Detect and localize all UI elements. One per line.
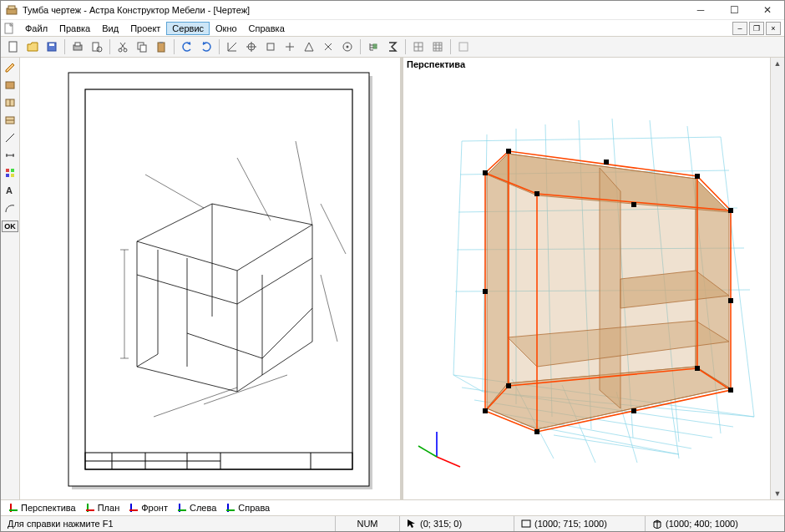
tool-extra-icon[interactable] xyxy=(454,38,473,56)
mdi-controls: – ❐ × xyxy=(732,22,784,35)
svg-rect-24 xyxy=(459,43,468,51)
svg-rect-15 xyxy=(160,42,163,43)
snap7-icon[interactable] xyxy=(338,38,357,56)
cursor-icon xyxy=(407,519,417,529)
svg-rect-1 xyxy=(8,6,15,9)
new-icon[interactable] xyxy=(4,38,23,56)
cut-icon[interactable] xyxy=(114,38,132,56)
menu-window[interactable]: Окно xyxy=(210,22,243,35)
svg-line-56 xyxy=(453,141,462,375)
perspective-pane[interactable]: Перспектива xyxy=(403,58,784,499)
mdi-minimize-button[interactable]: – xyxy=(732,22,747,35)
menu-file[interactable]: Файл xyxy=(19,22,53,35)
status-bbox: (1000; 715; 1000) xyxy=(514,516,645,531)
svg-rect-90 xyxy=(728,388,733,393)
tab-right[interactable]: Справа xyxy=(226,503,270,513)
tab-front[interactable]: Фронт xyxy=(129,503,168,513)
color-icon[interactable] xyxy=(2,165,18,181)
svg-rect-93 xyxy=(728,298,733,303)
panel3-icon[interactable] xyxy=(2,112,18,129)
menu-edit[interactable]: Правка xyxy=(53,22,96,35)
text-icon[interactable]: A xyxy=(2,182,18,199)
minimize-button[interactable]: ─ xyxy=(684,1,717,19)
panel2-icon[interactable] xyxy=(2,94,18,111)
svg-rect-7 xyxy=(75,43,80,46)
maximize-button[interactable]: ☐ xyxy=(717,1,751,19)
snap1-icon[interactable] xyxy=(223,38,241,56)
snap5-icon[interactable] xyxy=(300,38,318,56)
undo-icon[interactable] xyxy=(178,38,196,56)
tab-plan[interactable]: План xyxy=(86,503,120,513)
svg-rect-92 xyxy=(483,289,488,294)
grid1-icon[interactable] xyxy=(409,38,428,56)
tab-perspective[interactable]: Перспектива xyxy=(9,503,76,513)
tree-icon[interactable] xyxy=(364,38,382,56)
menubar: Файл Правка Вид Проект Сервис Окно Справ… xyxy=(1,20,784,37)
snap3-icon[interactable] xyxy=(261,38,280,56)
redo-icon[interactable] xyxy=(197,38,215,56)
left-toolbar-1: A OK xyxy=(1,58,20,499)
drawing-pane[interactable] xyxy=(20,58,403,499)
axis-icon xyxy=(129,504,138,512)
svg-rect-31 xyxy=(6,169,9,172)
menu-project[interactable]: Проект xyxy=(124,22,166,35)
svg-rect-23 xyxy=(433,43,442,51)
grid2-icon[interactable] xyxy=(428,38,447,56)
svg-rect-5 xyxy=(49,43,54,46)
rect-icon xyxy=(521,519,531,529)
tab-label: Слева xyxy=(190,503,216,513)
svg-rect-37 xyxy=(68,73,369,486)
scroll-up-icon[interactable]: ▲ xyxy=(774,58,782,69)
mdi-restore-button[interactable]: ❐ xyxy=(749,22,764,35)
svg-line-30 xyxy=(6,134,14,142)
snap2-icon[interactable] xyxy=(242,38,261,56)
copy-icon[interactable] xyxy=(133,38,151,56)
pencil-icon[interactable] xyxy=(2,59,18,76)
workspace: A OK xyxy=(1,58,784,499)
split-panes: Перспектива xyxy=(20,58,784,499)
svg-rect-96 xyxy=(631,408,636,413)
scroll-down-icon[interactable]: ▼ xyxy=(774,488,782,499)
svg-rect-13 xyxy=(140,45,146,52)
axis-icon xyxy=(226,504,235,512)
svg-rect-33 xyxy=(6,174,9,177)
svg-rect-20 xyxy=(373,44,377,46)
svg-rect-17 xyxy=(267,43,274,50)
vertical-scrollbar[interactable]: ▲ ▼ xyxy=(770,58,784,499)
svg-rect-94 xyxy=(604,160,609,165)
menu-service[interactable]: Сервис xyxy=(166,22,210,35)
close-button[interactable]: ✕ xyxy=(751,1,784,19)
preview-icon[interactable] xyxy=(88,38,106,56)
svg-rect-87 xyxy=(483,408,488,413)
svg-rect-3 xyxy=(9,42,17,52)
app-icon xyxy=(6,4,18,16)
dim-icon[interactable] xyxy=(2,147,18,164)
titlebar: Тумба чертеж - Астра Конструктор Мебели … xyxy=(1,1,784,20)
ok-button[interactable]: OK xyxy=(2,220,18,232)
mdi-close-button[interactable]: × xyxy=(766,22,781,35)
drawing-canvas xyxy=(20,58,400,499)
snap4-icon[interactable] xyxy=(281,38,299,56)
svg-line-77 xyxy=(554,435,679,454)
arc-icon[interactable] xyxy=(2,200,18,216)
tab-left[interactable]: Слева xyxy=(178,503,216,513)
svg-line-65 xyxy=(462,137,721,141)
open-icon[interactable] xyxy=(23,38,42,56)
snap6-icon[interactable] xyxy=(319,38,337,56)
menu-view[interactable]: Вид xyxy=(96,22,124,35)
svg-rect-32 xyxy=(11,169,14,172)
line-icon[interactable] xyxy=(2,129,18,146)
svg-line-70 xyxy=(453,375,483,392)
menu-help[interactable]: Справка xyxy=(243,22,291,35)
save-icon[interactable] xyxy=(43,38,61,56)
statusbar: Для справки нажмите F1 NUM (0; 315; 0) (… xyxy=(1,515,784,531)
svg-text:A: A xyxy=(6,185,13,195)
axis-gizmo xyxy=(418,432,460,467)
svg-rect-89 xyxy=(695,366,700,371)
svg-rect-8 xyxy=(93,43,99,51)
print-icon[interactable] xyxy=(68,38,87,56)
paste-icon[interactable] xyxy=(152,38,170,56)
sigma-icon[interactable] xyxy=(383,38,402,56)
panel1-icon[interactable] xyxy=(2,77,18,94)
mdi-doc-icon xyxy=(3,22,16,35)
